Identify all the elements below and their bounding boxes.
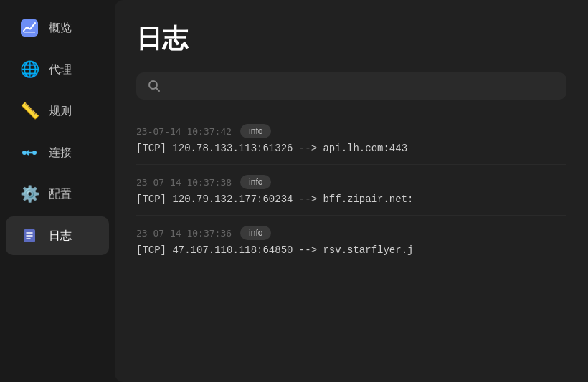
sidebar-item-proxy[interactable]: 🌐 代理 bbox=[6, 50, 109, 89]
connections-icon bbox=[20, 143, 39, 162]
logs-container: 23-07-14 10:37:42 info [TCP] 120.78.133.… bbox=[136, 114, 566, 368]
sidebar-item-logs-label: 日志 bbox=[49, 229, 72, 244]
search-input[interactable] bbox=[168, 80, 555, 92]
rules-icon: 📏 bbox=[20, 102, 39, 120]
log-message: [TCP] 120.79.132.177:60234 --> bff.zipai… bbox=[136, 194, 566, 205]
log-meta: 23-07-14 10:37:38 info bbox=[136, 175, 566, 189]
svg-line-12 bbox=[156, 88, 160, 92]
sidebar-item-overview-label: 概览 bbox=[49, 21, 72, 36]
sidebar-item-logs[interactable]: 日志 bbox=[6, 216, 109, 255]
log-entry: 23-07-14 10:37:36 info [TCP] 47.107.110.… bbox=[136, 216, 566, 266]
sidebar-item-config-label: 配置 bbox=[49, 187, 72, 202]
log-level-badge: info bbox=[240, 124, 271, 138]
svg-point-3 bbox=[32, 151, 37, 155]
config-icon: ⚙️ bbox=[20, 185, 39, 204]
log-timestamp: 23-07-14 10:37:42 bbox=[136, 126, 232, 137]
log-message: [TCP] 120.78.133.113:61326 --> api.lh.co… bbox=[136, 143, 566, 154]
sidebar-item-config[interactable]: ⚙️ 配置 bbox=[6, 175, 109, 214]
logs-icon bbox=[20, 226, 39, 245]
sidebar-item-connections-label: 连接 bbox=[49, 145, 72, 161]
sidebar-item-proxy-label: 代理 bbox=[49, 62, 72, 77]
log-entry: 23-07-14 10:37:42 info [TCP] 120.78.133.… bbox=[136, 114, 566, 165]
search-icon bbox=[148, 80, 161, 92]
log-message: [TCP] 47.107.110.118:64850 --> rsv.starf… bbox=[136, 244, 566, 256]
log-level-badge: info bbox=[240, 226, 271, 240]
search-bar bbox=[136, 72, 566, 100]
sidebar-item-rules-label: 规则 bbox=[49, 104, 72, 119]
overview-icon bbox=[20, 19, 39, 37]
sidebar: 概览 🌐 代理 📏 规则 连接 ⚙️ 配置 bbox=[0, 0, 115, 382]
page-title: 日志 bbox=[136, 22, 566, 57]
sidebar-item-connections[interactable]: 连接 bbox=[6, 133, 109, 172]
log-level-badge: info bbox=[240, 175, 271, 189]
sidebar-item-rules[interactable]: 📏 规则 bbox=[6, 92, 109, 130]
log-timestamp: 23-07-14 10:37:36 bbox=[136, 228, 232, 239]
log-meta: 23-07-14 10:37:36 info bbox=[136, 226, 566, 240]
log-entry: 23-07-14 10:37:38 info [TCP] 120.79.132.… bbox=[136, 165, 566, 216]
svg-point-2 bbox=[22, 151, 27, 155]
sidebar-item-overview[interactable]: 概览 bbox=[6, 9, 109, 47]
main-content: 日志 23-07-14 10:37:42 info [TCP] 120.78.1… bbox=[115, 0, 588, 382]
proxy-icon: 🌐 bbox=[20, 60, 39, 79]
log-meta: 23-07-14 10:37:42 info bbox=[136, 124, 566, 138]
log-timestamp: 23-07-14 10:37:38 bbox=[136, 177, 232, 188]
